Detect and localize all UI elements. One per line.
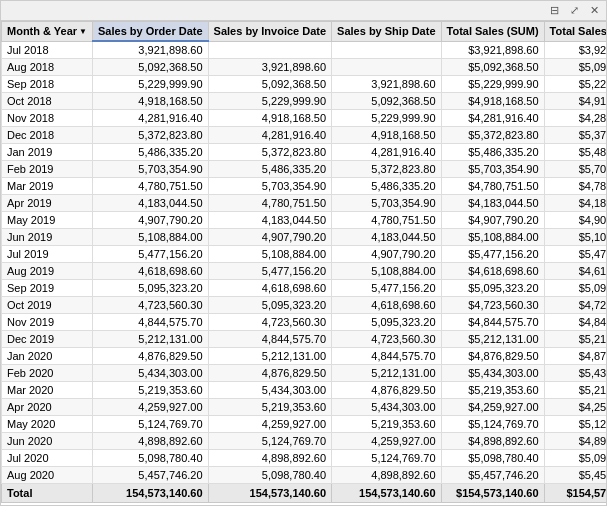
col-ship-date[interactable]: Sales by Ship Date bbox=[332, 22, 441, 42]
cell-order: 4,723,560.30 bbox=[93, 297, 209, 314]
table-row: Jun 2020 4,898,892.60 5,124,769.70 4,259… bbox=[2, 433, 607, 450]
col-total-sum[interactable]: Total Sales (SUM) bbox=[441, 22, 544, 42]
cell-invoice: 5,229,999.90 bbox=[208, 93, 332, 110]
footer-invoice: 154,573,140.60 bbox=[208, 484, 332, 503]
cell-invoice: 4,780,751.50 bbox=[208, 195, 332, 212]
cell-order: 5,229,999.90 bbox=[93, 76, 209, 93]
cell-ship: 5,229,999.90 bbox=[332, 110, 441, 127]
cell-ship: 4,259,927.00 bbox=[332, 433, 441, 450]
cell-total-sumx: $4,281,916.40 bbox=[544, 110, 606, 127]
cell-total-sum: $5,212,131.00 bbox=[441, 331, 544, 348]
cell-total-sum: $4,898,892.60 bbox=[441, 433, 544, 450]
cell-total-sumx: $5,434,303.00 bbox=[544, 365, 606, 382]
cell-ship: 5,703,354.90 bbox=[332, 195, 441, 212]
cell-total-sumx: $4,183,044.50 bbox=[544, 195, 606, 212]
cell-order: 3,921,898.60 bbox=[93, 41, 209, 59]
cell-invoice: 5,434,303.00 bbox=[208, 382, 332, 399]
cell-invoice: 4,907,790.20 bbox=[208, 229, 332, 246]
cell-invoice: 5,372,823.80 bbox=[208, 144, 332, 161]
col-invoice-date[interactable]: Sales by Invoice Date bbox=[208, 22, 332, 42]
cell-order: 4,281,916.40 bbox=[93, 110, 209, 127]
table-row: Feb 2019 5,703,354.90 5,486,335.20 5,372… bbox=[2, 161, 607, 178]
cell-month: May 2019 bbox=[2, 212, 93, 229]
cell-total-sumx: $5,108,884.00 bbox=[544, 229, 606, 246]
cell-invoice: 4,876,829.50 bbox=[208, 365, 332, 382]
cell-month: Aug 2020 bbox=[2, 467, 93, 484]
cell-total-sum: $5,092,368.50 bbox=[441, 59, 544, 76]
expand-icon[interactable]: ⤢ bbox=[566, 3, 582, 19]
cell-total-sumx: $5,219,353.60 bbox=[544, 382, 606, 399]
cell-month: Jul 2019 bbox=[2, 246, 93, 263]
cell-ship: 5,212,131.00 bbox=[332, 365, 441, 382]
table-row: Feb 2020 5,434,303.00 4,876,829.50 5,212… bbox=[2, 365, 607, 382]
cell-ship: 5,092,368.50 bbox=[332, 93, 441, 110]
cell-month: Jan 2019 bbox=[2, 144, 93, 161]
close-icon[interactable]: ✕ bbox=[586, 3, 602, 19]
cell-total-sum: $4,907,790.20 bbox=[441, 212, 544, 229]
cell-order: 5,486,335.20 bbox=[93, 144, 209, 161]
cell-total-sum: $5,477,156.20 bbox=[441, 246, 544, 263]
cell-month: Aug 2019 bbox=[2, 263, 93, 280]
table-row: Nov 2018 4,281,916.40 4,918,168.50 5,229… bbox=[2, 110, 607, 127]
col-total-sumx[interactable]: Total Sales (SUMX) bbox=[544, 22, 606, 42]
footer-ship: 154,573,140.60 bbox=[332, 484, 441, 503]
table-row: Jan 2019 5,486,335.20 5,372,823.80 4,281… bbox=[2, 144, 607, 161]
cell-ship: 4,844,575.70 bbox=[332, 348, 441, 365]
footer-row: Total 154,573,140.60 154,573,140.60 154,… bbox=[2, 484, 607, 503]
table-row: Jan 2020 4,876,829.50 5,212,131.00 4,844… bbox=[2, 348, 607, 365]
filter-icon[interactable]: ⊟ bbox=[546, 3, 562, 19]
cell-month: Oct 2018 bbox=[2, 93, 93, 110]
cell-order: 5,457,746.20 bbox=[93, 467, 209, 484]
toolbar: ⊟ ⤢ ✕ bbox=[1, 1, 606, 21]
cell-invoice: 5,108,884.00 bbox=[208, 246, 332, 263]
header-row: Month & Year ▼ Sales by Order Date Sales… bbox=[2, 22, 607, 42]
cell-total-sum: $3,921,898.60 bbox=[441, 41, 544, 59]
cell-total-sum: $5,219,353.60 bbox=[441, 382, 544, 399]
cell-invoice: 4,918,168.50 bbox=[208, 110, 332, 127]
table-wrapper: Month & Year ▼ Sales by Order Date Sales… bbox=[1, 21, 606, 505]
cell-total-sumx: $4,898,892.60 bbox=[544, 433, 606, 450]
cell-total-sumx: $5,477,156.20 bbox=[544, 246, 606, 263]
cell-ship bbox=[332, 59, 441, 76]
cell-month: Nov 2019 bbox=[2, 314, 93, 331]
cell-order: 4,618,698.60 bbox=[93, 263, 209, 280]
cell-ship: 4,907,790.20 bbox=[332, 246, 441, 263]
cell-total-sumx: $4,918,168.50 bbox=[544, 93, 606, 110]
cell-total-sumx: $4,844,575.70 bbox=[544, 314, 606, 331]
cell-order: 5,108,884.00 bbox=[93, 229, 209, 246]
cell-ship: 5,219,353.60 bbox=[332, 416, 441, 433]
cell-month: Dec 2019 bbox=[2, 331, 93, 348]
cell-invoice: 5,219,353.60 bbox=[208, 399, 332, 416]
cell-total-sum: $4,780,751.50 bbox=[441, 178, 544, 195]
cell-ship: 5,095,323.20 bbox=[332, 314, 441, 331]
cell-total-sumx: $4,907,790.20 bbox=[544, 212, 606, 229]
table-row: Aug 2018 5,092,368.50 3,921,898.60 $5,09… bbox=[2, 59, 607, 76]
table-row: Aug 2019 4,618,698.60 5,477,156.20 5,108… bbox=[2, 263, 607, 280]
cell-month: Jan 2020 bbox=[2, 348, 93, 365]
main-container: ⊟ ⤢ ✕ Month & Year ▼ Sales by Order Date bbox=[0, 0, 607, 506]
cell-order: 4,898,892.60 bbox=[93, 433, 209, 450]
table-row: May 2020 5,124,769.70 4,259,927.00 5,219… bbox=[2, 416, 607, 433]
cell-invoice: 5,477,156.20 bbox=[208, 263, 332, 280]
cell-month: Feb 2019 bbox=[2, 161, 93, 178]
cell-total-sumx: $4,876,829.50 bbox=[544, 348, 606, 365]
col-order-date[interactable]: Sales by Order Date bbox=[93, 22, 209, 42]
cell-invoice: 4,259,927.00 bbox=[208, 416, 332, 433]
cell-total-sum: $5,229,999.90 bbox=[441, 76, 544, 93]
cell-total-sum: $5,108,884.00 bbox=[441, 229, 544, 246]
table-row: Oct 2018 4,918,168.50 5,229,999.90 5,092… bbox=[2, 93, 607, 110]
cell-invoice: 3,921,898.60 bbox=[208, 59, 332, 76]
cell-month: Feb 2020 bbox=[2, 365, 93, 382]
table-row: Oct 2019 4,723,560.30 5,095,323.20 4,618… bbox=[2, 297, 607, 314]
cell-invoice: 5,098,780.40 bbox=[208, 467, 332, 484]
cell-order: 5,703,354.90 bbox=[93, 161, 209, 178]
cell-invoice: 5,703,354.90 bbox=[208, 178, 332, 195]
table-row: Aug 2020 5,457,746.20 5,098,780.40 4,898… bbox=[2, 467, 607, 484]
cell-ship: 5,434,303.00 bbox=[332, 399, 441, 416]
cell-total-sum: $4,281,916.40 bbox=[441, 110, 544, 127]
cell-invoice: 5,124,769.70 bbox=[208, 433, 332, 450]
col-month-year[interactable]: Month & Year ▼ bbox=[2, 22, 93, 42]
cell-total-sum: $5,457,746.20 bbox=[441, 467, 544, 484]
cell-order: 4,907,790.20 bbox=[93, 212, 209, 229]
footer-order: 154,573,140.60 bbox=[93, 484, 209, 503]
